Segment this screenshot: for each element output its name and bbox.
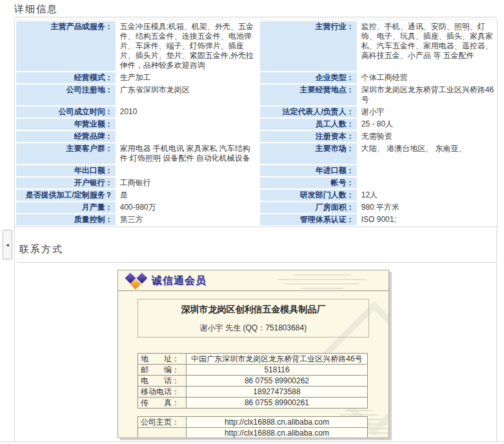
detail-value <box>117 119 259 130</box>
detail-row: 经营模式： 生产加工 企业类型： 个体工商经营 <box>16 72 496 83</box>
homepage-label: 公司主页： <box>138 417 186 428</box>
detail-title-rule <box>14 17 497 17</box>
detail-label: 质量控制： <box>16 214 116 225</box>
detail-row: 是否提供加工/定制服务？ 是 研发部门人数： 12人 <box>16 190 496 201</box>
contact-info-row: 地 址： 中国广东深圳市龙岗区龙东桥背工业区兴桥路46号 <box>138 354 368 365</box>
homepage-label <box>138 428 186 439</box>
detail-value: 400-980万 <box>117 202 259 213</box>
detail-value: 大陆、 港澳台地区、 东南亚、 <box>358 143 496 164</box>
detail-value: 是 <box>117 190 259 201</box>
detail-row: 主要客户群： 家用电器 手机电讯 家具家私 汽车结构件 灯饰照明 设备配件 自动… <box>16 143 496 164</box>
detail-label: 主营产品或服务： <box>16 21 116 71</box>
page: 详细信息 主营产品或服务： 五金冲压模具;机箱、机架、外壳、五金件、结构五金件、… <box>0 0 504 444</box>
detail-value: 第三方 <box>117 214 259 225</box>
detail-value: ISO 9001; <box>358 214 496 225</box>
detail-value: 12人 <box>358 190 496 201</box>
collapse-panel-button[interactable]: ◄ <box>3 230 12 259</box>
detail-value <box>358 165 496 176</box>
detail-label: 月产量： <box>16 202 116 213</box>
detail-value: 家用电器 手机电讯 家具家私 汽车结构件 灯饰照明 设备配件 自动化机械设备 <box>117 143 259 164</box>
detail-value <box>117 165 259 176</box>
detail-value: 25 - 80人 <box>358 119 496 130</box>
detail-row: 主营产品或服务： 五金冲压模具;机箱、机架、外壳、五金件、结构五金件、连接五金件… <box>16 21 496 71</box>
detail-label: 年出口额： <box>16 165 116 176</box>
detail-label: 是否提供加工/定制服务？ <box>16 190 116 201</box>
detail-row: 月产量： 400-980万 厂房面积： 980 平方米 <box>16 202 496 213</box>
detail-row: 公司成立时间： 2010 法定代表人/负责人： 谢小宇 <box>16 106 496 117</box>
detail-label: 主要客户群： <box>16 143 116 164</box>
content-right-border <box>496 227 497 441</box>
contact-value: 86 0755 89900261 <box>186 398 368 409</box>
detail-row: 开户银行： 工商银行 帐号： <box>16 177 496 188</box>
contact-label: 电 话： <box>138 376 186 387</box>
contact-value: 518116 <box>186 365 368 376</box>
homepage-table: 公司主页： http://clx16888.cn.alibaba.com htt… <box>137 416 368 438</box>
detail-value: 生产加工 <box>117 72 259 83</box>
contact-value: 中国广东深圳市龙岗区龙东桥背工业区兴桥路46号 <box>186 354 368 365</box>
company-name: 深圳市龙岗区创利信五金模具制品厂 <box>138 304 368 316</box>
detail-value <box>358 177 496 188</box>
contact-label: 传 真： <box>138 398 186 409</box>
contact-title-rule <box>17 262 496 263</box>
detail-value: 谢小宇 <box>358 106 496 117</box>
homepage-link[interactable]: http://clx16888.cn.alibaba.com <box>225 429 329 438</box>
left-arrow-icon: ◄ <box>5 243 10 247</box>
detail-label: 帐号： <box>260 177 357 188</box>
detail-row: 经营品牌： 注册资本： 无需验资 <box>16 131 496 142</box>
trustpass-contact-card: 诚信通会员 深圳市龙岗区创利信五金模具制品厂 谢小宇 先生 (QQ：751803… <box>117 270 389 438</box>
detail-label: 公司成立时间： <box>16 106 116 117</box>
homepage-row: 公司主页： http://clx16888.cn.alibaba.com <box>138 417 368 428</box>
detail-label: 主营行业： <box>260 21 357 71</box>
detail-label: 法定代表人/负责人： <box>260 106 357 117</box>
contact-info-table: 地 址： 中国广东深圳市龙岗区龙东桥背工业区兴桥路46号 邮 编： 518116… <box>137 353 368 409</box>
contact-person: 谢小宇 先生 (QQ：751803684) <box>138 323 368 334</box>
detail-value <box>117 131 259 142</box>
contact-info-row: 传 真： 86 0755 89900261 <box>138 398 368 409</box>
detail-value: 广东省深圳市龙岗区 <box>117 85 259 105</box>
detail-value: 五金冲压模具;机箱、机架、外壳、五金件、结构五金件、连接五金件、电池弹片、车床件… <box>117 21 259 71</box>
company-name-box: 深圳市龙岗区创利信五金模具制品厂 谢小宇 先生 (QQ：751803684) <box>137 299 369 338</box>
detail-value: 无需验资 <box>358 131 496 142</box>
detail-value: 工商银行 <box>117 177 259 188</box>
contact-info-row: 邮 编： 518116 <box>138 365 368 376</box>
detail-section-title: 详细信息 <box>14 3 58 15</box>
trustpass-diamonds-icon <box>125 272 150 289</box>
detail-label: 厂房面积： <box>260 202 357 213</box>
detail-value: 980 平方米 <box>358 202 496 213</box>
detail-label: 年营业额： <box>16 119 116 130</box>
detail-value: 个体工商经营 <box>358 72 496 83</box>
contact-value: 86 0755 89900262 <box>186 376 368 387</box>
detail-label: 员工人数： <box>260 119 357 130</box>
detail-label: 研发部门人数： <box>260 190 357 201</box>
detail-value: 深圳市龙岗区龙东桥背工业区兴桥路46号 <box>358 85 496 105</box>
detail-value: 2010 <box>117 106 259 117</box>
detail-row: 年营业额： 员工人数： 25 - 80人 <box>16 119 496 130</box>
detail-label: 公司注册地： <box>16 85 116 105</box>
contact-label: 地 址： <box>138 354 186 365</box>
detail-label: 注册资本： <box>260 131 357 142</box>
detail-label: 年进口额： <box>260 165 357 176</box>
contact-section-title: 联系方式 <box>19 243 63 256</box>
detail-label: 管理体系认证： <box>260 214 357 225</box>
homepage-row: http://clx16888.cn.alibaba.com <box>138 428 368 439</box>
contact-info-row: 移动电话： 18927473588 <box>138 387 368 398</box>
homepage-link[interactable]: http://clx16888.cn.alibaba.com <box>225 418 329 427</box>
page-bottom-divider <box>0 441 504 442</box>
contact-label: 移动电话： <box>138 387 186 398</box>
detail-label: 主要市场： <box>260 143 357 164</box>
detail-label: 经营模式： <box>16 72 116 83</box>
detail-row: 公司注册地： 广东省深圳市龙岗区 主要经营地点： 深圳市龙岗区龙东桥背工业区兴桥… <box>16 85 496 105</box>
detail-value: 监控、手机、通讯、安防、照明、灯饰、电子、玩具、插座、插头、家具家私、汽车五金件… <box>358 21 496 71</box>
detail-row: 年出口额： 年进口额： <box>16 165 496 176</box>
contact-label: 邮 编： <box>138 365 186 376</box>
detail-label: 开户银行： <box>16 177 116 188</box>
detail-label: 企业类型： <box>260 72 357 83</box>
contact-info-row: 电 话： 86 0755 89900262 <box>138 376 368 387</box>
card-header: 诚信通会员 <box>118 270 388 291</box>
content-left-border <box>14 227 15 441</box>
detail-label: 经营品牌： <box>16 131 116 142</box>
detail-row: 质量控制： 第三方 管理体系认证： ISO 9001; <box>16 214 496 225</box>
detail-label: 主要经营地点： <box>260 85 357 105</box>
company-detail-table: 主营产品或服务： 五金冲压模具;机箱、机架、外壳、五金件、结构五金件、连接五金件… <box>14 19 498 227</box>
contact-value: 18927473588 <box>186 387 368 398</box>
